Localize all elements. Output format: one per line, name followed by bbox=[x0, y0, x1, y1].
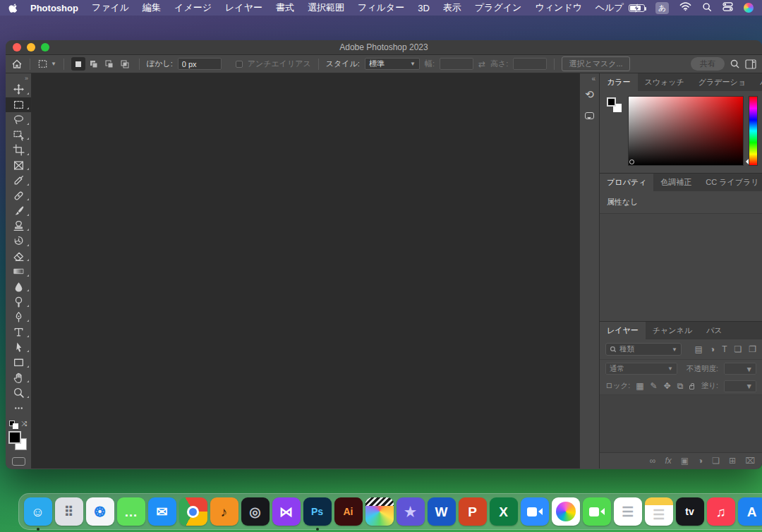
dock-illustrator[interactable]: Ai bbox=[334, 497, 363, 526]
siri-icon[interactable] bbox=[744, 3, 754, 13]
move-tool[interactable] bbox=[6, 82, 32, 97]
filter-adjustment-layers-icon[interactable]: ◑ bbox=[710, 344, 715, 354]
dock-photos[interactable] bbox=[551, 497, 580, 526]
dock-apple-music[interactable]: ♫ bbox=[706, 497, 735, 526]
dock-garageband[interactable]: ♪ bbox=[210, 497, 238, 526]
menu-item-3[interactable]: イメージ bbox=[174, 1, 212, 14]
menu-item-9[interactable]: 表示 bbox=[443, 1, 461, 14]
dock-affinity-photo[interactable]: ⋈ bbox=[272, 497, 301, 526]
dock-apple-tv[interactable]: tv bbox=[675, 497, 704, 526]
color-tab-2[interactable]: グラデーショ bbox=[691, 73, 753, 91]
gradient-tool[interactable] bbox=[6, 264, 32, 279]
expand-panels-icon[interactable]: « bbox=[591, 75, 595, 83]
color-tab-0[interactable]: カラー bbox=[600, 73, 638, 91]
link-layers-icon[interactable]: ∞ bbox=[650, 456, 656, 466]
eraser-tool[interactable] bbox=[6, 249, 32, 265]
rectangle-tool[interactable] bbox=[6, 355, 32, 370]
dock-safari[interactable]: ❂ bbox=[85, 497, 114, 526]
tool-preset-marquee-icon[interactable]: ▼ bbox=[37, 59, 56, 69]
control-center-icon[interactable] bbox=[722, 2, 733, 13]
lock-image-pixels-icon[interactable]: ✎ bbox=[651, 381, 658, 391]
menu-item-2[interactable]: 編集 bbox=[143, 1, 161, 14]
hand-tool[interactable] bbox=[6, 370, 32, 386]
toolbar-expand-icon[interactable]: » bbox=[25, 75, 28, 82]
new-layer-icon[interactable]: ⊞ bbox=[729, 456, 736, 466]
color-tab-3[interactable]: パターン bbox=[753, 73, 762, 91]
menu-item-10[interactable]: プラグイン bbox=[475, 1, 522, 14]
layer-search-select[interactable]: 種類 ▼ bbox=[605, 343, 682, 356]
filter-pixel-layers-icon[interactable]: ▤ bbox=[695, 344, 703, 354]
height-input[interactable] bbox=[513, 58, 547, 70]
rectangular-marquee-tool[interactable] bbox=[6, 97, 32, 113]
home-icon[interactable] bbox=[11, 59, 23, 70]
menu-item-8[interactable]: 3D bbox=[418, 3, 430, 13]
menu-item-12[interactable]: ヘルプ bbox=[595, 1, 624, 14]
add-selection-mode[interactable] bbox=[87, 57, 101, 71]
quick-mask-icon[interactable] bbox=[12, 457, 25, 466]
dock-photoshop[interactable]: Ps bbox=[303, 497, 332, 526]
search-icon[interactable] bbox=[730, 59, 740, 69]
minimize-button[interactable] bbox=[27, 43, 35, 52]
menu-item-7[interactable]: フィルター bbox=[358, 1, 404, 14]
properties-tab-1[interactable]: 色調補正 bbox=[653, 174, 698, 191]
feather-input[interactable] bbox=[178, 58, 222, 70]
style-select[interactable]: 標準 ▼ bbox=[365, 58, 420, 70]
swap-dimensions-icon[interactable]: ⇄ bbox=[478, 59, 485, 69]
menu-item-4[interactable]: レイヤー bbox=[225, 1, 262, 14]
dock-word[interactable]: W bbox=[427, 497, 456, 526]
object-selection-tool[interactable] bbox=[6, 128, 32, 143]
properties-tab-0[interactable]: プロパティ bbox=[600, 174, 653, 191]
filter-type-layers-icon[interactable]: T bbox=[722, 344, 727, 354]
lock-artboard-icon[interactable]: ⧉ bbox=[677, 381, 684, 391]
spot-healing-brush-tool[interactable] bbox=[6, 188, 32, 204]
dock-powerpoint[interactable]: P bbox=[458, 497, 487, 526]
layers-tab-0[interactable]: レイヤー bbox=[600, 322, 646, 339]
dock-mail[interactable]: ✉ bbox=[147, 497, 176, 526]
history-brush-tool[interactable] bbox=[6, 234, 32, 249]
lock-position-icon[interactable]: ✥ bbox=[664, 381, 671, 391]
menu-item-5[interactable]: 書式 bbox=[276, 1, 294, 14]
blur-tool[interactable] bbox=[6, 279, 32, 295]
dock-zoom[interactable] bbox=[520, 497, 549, 526]
crop-tool[interactable] bbox=[6, 143, 32, 158]
dock-djay[interactable]: ◎ bbox=[241, 497, 270, 526]
path-selection-tool[interactable] bbox=[6, 340, 32, 356]
opacity-field[interactable]: ▼ bbox=[724, 363, 756, 375]
adjustment-layer-icon[interactable]: ◑ bbox=[698, 456, 703, 466]
layers-tab-2[interactable]: パス bbox=[699, 322, 730, 339]
zoom-tool[interactable] bbox=[6, 385, 32, 401]
lasso-tool[interactable] bbox=[6, 112, 32, 128]
apple-menu-icon[interactable] bbox=[8, 3, 19, 13]
brush-tool[interactable] bbox=[6, 203, 32, 219]
wifi-icon[interactable] bbox=[679, 2, 691, 13]
select-and-mask-button[interactable]: 選択とマスク... bbox=[562, 56, 629, 71]
edit-toolbar-button[interactable] bbox=[6, 401, 32, 416]
menu-item-photoshop[interactable]: Photoshop bbox=[30, 3, 78, 13]
lock-all-icon[interactable] bbox=[689, 383, 694, 389]
dock-app-store[interactable]: A bbox=[737, 497, 762, 526]
properties-tab-2[interactable]: CC ライブラリ bbox=[698, 174, 762, 191]
intersect-selection-mode[interactable] bbox=[118, 57, 132, 71]
input-method-icon[interactable]: あ bbox=[655, 2, 669, 14]
delete-layer-icon[interactable]: ⌧ bbox=[745, 456, 755, 466]
width-input[interactable] bbox=[440, 58, 473, 70]
dock-notes[interactable]: ☰ bbox=[644, 497, 673, 526]
canvas-area[interactable] bbox=[32, 73, 579, 468]
filter-smart-objects-icon[interactable]: ❐ bbox=[749, 344, 756, 354]
new-group-icon[interactable]: ❏ bbox=[712, 456, 720, 466]
subtract-selection-mode[interactable] bbox=[102, 57, 116, 71]
new-selection-mode[interactable] bbox=[71, 57, 85, 71]
dock-excel[interactable]: X bbox=[489, 497, 518, 526]
foreground-swatch[interactable] bbox=[607, 97, 616, 107]
blend-mode-select[interactable]: 通常 ▼ bbox=[605, 363, 677, 375]
swap-colors-icon[interactable]: ⤨ bbox=[21, 420, 27, 428]
lock-transparent-pixels-icon[interactable]: ▦ bbox=[636, 381, 643, 391]
share-button[interactable]: 共有 bbox=[691, 57, 725, 71]
close-button[interactable] bbox=[13, 43, 21, 52]
menu-item-6[interactable]: 選択範囲 bbox=[308, 1, 344, 14]
layers-list[interactable] bbox=[600, 395, 762, 452]
foreground-color-swatch[interactable] bbox=[8, 431, 21, 444]
menu-item-1[interactable]: ファイル bbox=[92, 1, 129, 14]
saturation-brightness-field[interactable] bbox=[628, 96, 744, 166]
dodge-tool[interactable] bbox=[6, 294, 32, 310]
